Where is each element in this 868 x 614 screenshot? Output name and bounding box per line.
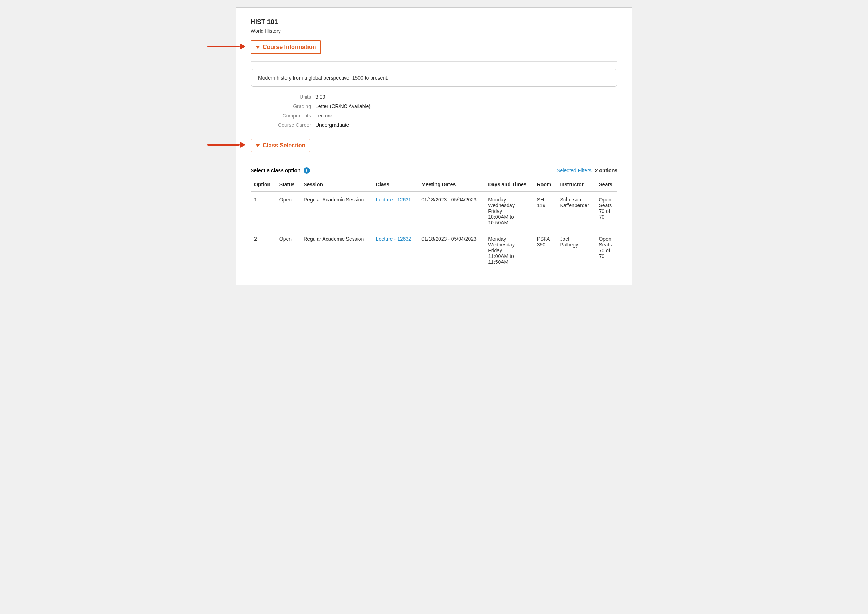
row2-status: Open [276,231,300,270]
row2-class-link[interactable]: Lecture - 12632 [376,236,411,242]
section-divider-1 [250,61,618,62]
grading-label: Grading [250,104,315,109]
row2-meeting-dates: 01/18/2023 - 05/04/2023 [418,231,484,270]
options-count: 2 options [595,167,618,173]
table-row: 1 Open Regular Academic Session Lecture … [250,191,618,231]
collapse-icon [256,46,260,49]
components-value: Lecture [315,113,332,119]
course-career-label: Course Career [250,122,315,128]
filters-area: Selected Filters 2 options [557,167,618,173]
select-class-bar: Select a class option i Selected Filters… [250,167,618,174]
row2-seats: OpenSeats70 of70 [595,231,618,270]
row1-meeting-dates: 01/18/2023 - 05/04/2023 [418,191,484,231]
table-header-row: Option Status Session Class Meeting Date… [250,178,618,191]
course-page: HIST 101 World History Course Informatio… [236,7,632,285]
arrow-shaft [207,46,240,47]
detail-components: Components Lecture [250,113,618,119]
row2-option: 2 [250,231,276,270]
course-description: Modern history from a global perspective… [258,75,388,81]
detail-units: Units 3.00 [250,94,618,100]
course-code: HIST 101 [250,19,618,26]
components-label: Components [250,113,315,119]
row1-seats: OpenSeats70 of70 [595,191,618,231]
col-session: Session [300,178,373,191]
collapse-icon-2 [256,144,260,147]
row2-instructor: JoelPalhegyi [557,231,595,270]
course-information-section: Course Information [250,40,618,54]
table-body: 1 Open Regular Academic Session Lecture … [250,191,618,270]
selected-filters-link[interactable]: Selected Filters [557,167,591,173]
col-days-times: Days and Times [484,178,533,191]
row1-session: Regular Academic Session [300,191,373,231]
class-selection-header[interactable]: Class Selection [250,139,311,152]
arrow-head-2 [240,142,245,148]
course-information-label: Course Information [263,44,316,50]
row2-session: Regular Academic Session [300,231,373,270]
col-class: Class [373,178,418,191]
info-icon[interactable]: i [303,167,310,174]
col-meeting-dates: Meeting Dates [418,178,484,191]
select-class-label: Select a class option i [250,167,310,174]
detail-grading: Grading Letter (CR/NC Available) [250,104,618,109]
units-value: 3.00 [315,94,325,100]
detail-course-career: Course Career Undergraduate [250,122,618,128]
select-class-text: Select a class option [250,167,301,173]
course-info-arrow [207,43,245,50]
section-divider-2 [250,160,618,160]
course-career-value: Undergraduate [315,122,349,128]
row1-option: 1 [250,191,276,231]
class-selection-label: Class Selection [263,142,305,149]
course-details: Units 3.00 Grading Letter (CR/NC Availab… [250,94,618,128]
col-instructor: Instructor [557,178,595,191]
class-selection-arrow [207,142,245,148]
arrow-shaft-2 [207,144,240,146]
row1-class-link[interactable]: Lecture - 12631 [376,197,411,203]
row1-class: Lecture - 12631 [373,191,418,231]
col-seats: Seats [595,178,618,191]
row1-instructor: SchorschKaffenberger [557,191,595,231]
course-name: World History [250,28,618,34]
col-option: Option [250,178,276,191]
col-room: Room [534,178,557,191]
row1-status: Open [276,191,300,231]
grading-value: Letter (CR/NC Available) [315,104,371,109]
class-table: Option Status Session Class Meeting Date… [250,178,618,270]
table-header: Option Status Session Class Meeting Date… [250,178,618,191]
units-label: Units [250,94,315,100]
course-description-box: Modern history from a global perspective… [250,69,618,87]
table-row: 2 Open Regular Academic Session Lecture … [250,231,618,270]
row2-days-times: MondayWednesdayFriday11:00AM to11:50AM [484,231,533,270]
arrow-head [240,43,245,50]
row2-room: PSFA350 [534,231,557,270]
col-status: Status [276,178,300,191]
row1-room: SH119 [534,191,557,231]
row2-class: Lecture - 12632 [373,231,418,270]
class-selection-section: Class Selection [250,139,618,152]
course-information-header[interactable]: Course Information [250,40,321,54]
row1-days-times: MondayWednesdayFriday10:00AM to10:50AM [484,191,533,231]
